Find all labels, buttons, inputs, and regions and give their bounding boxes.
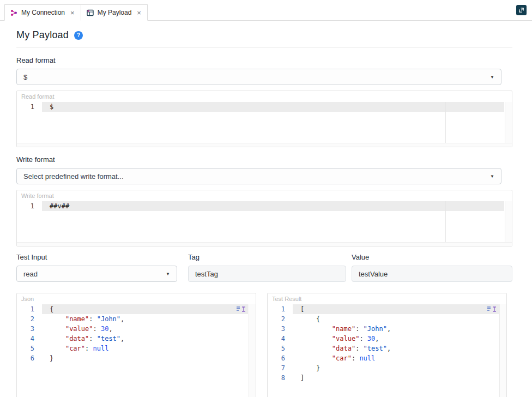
code-text[interactable]: ] <box>293 373 499 383</box>
code-line[interactable]: 6 "car": null <box>268 353 506 363</box>
line-number: 1 <box>268 304 293 314</box>
read-format-label: Read format <box>16 56 512 64</box>
write-format-select[interactable]: Select predefined write format... ▼ <box>16 168 501 184</box>
test-row: Test Input read ▼ Tag Value <box>16 253 512 282</box>
code-content[interactable]: 1$ <box>17 102 512 112</box>
editor-scrollbar[interactable] <box>505 201 512 242</box>
line-number: 5 <box>268 344 293 353</box>
line-number: 1 <box>17 201 42 211</box>
payload-icon <box>87 9 94 16</box>
help-icon[interactable]: ? <box>74 31 83 40</box>
value-input[interactable] <box>352 266 512 282</box>
code-line[interactable]: 2 { <box>268 314 506 324</box>
code-text[interactable]: } <box>293 363 499 373</box>
chevron-down-icon: ▼ <box>166 272 170 276</box>
tab-close-button[interactable]: × <box>70 9 75 16</box>
code-text[interactable]: "data": "test", <box>293 344 499 353</box>
tab-label: My Connection <box>21 9 65 16</box>
code-line[interactable]: 3 "name": "John", <box>268 324 506 334</box>
editor-scrollbar[interactable] <box>249 304 256 397</box>
print-margin-ruler <box>445 201 446 242</box>
page-header: My Payload ? <box>16 21 512 48</box>
code-text[interactable]: { <box>42 304 248 314</box>
line-number: 6 <box>17 353 42 363</box>
line-number: 6 <box>268 353 293 363</box>
tag-input[interactable] <box>188 266 346 282</box>
code-text[interactable]: { <box>293 314 499 324</box>
line-number: 2 <box>17 314 42 324</box>
line-number: 8 <box>268 373 293 383</box>
expand-button[interactable] <box>516 5 527 15</box>
code-line[interactable]: 1{ <box>17 304 256 314</box>
code-content[interactable]: 1{2 "name": "John",3 "value": 30,4 "data… <box>17 304 256 363</box>
line-number: 7 <box>268 363 293 373</box>
code-line[interactable]: 4 "data": "test", <box>17 334 256 344</box>
tag-label: Tag <box>188 253 346 261</box>
read-format-editor[interactable]: Read format 1$ <box>16 91 512 147</box>
editor-label: Write format <box>17 190 512 201</box>
test-input-select-value: read <box>23 270 38 278</box>
line-number: 1 <box>17 304 42 314</box>
page-title: My Payload <box>16 29 69 41</box>
code-line[interactable]: 3 "value": 30, <box>17 324 256 334</box>
tab-my-connection[interactable]: My Connection × <box>4 4 81 21</box>
editor-label: Test Result <box>268 293 506 304</box>
code-line[interactable]: 5 "data": "test", <box>268 344 506 353</box>
test-input-select[interactable]: read ▼ <box>16 266 177 282</box>
write-format-editor[interactable]: Write format 1##v## <box>16 190 512 246</box>
test-input-label: Test Input <box>16 253 177 261</box>
line-number: 4 <box>17 334 42 344</box>
main-content: My Payload ? Read format $ ▼ Read format… <box>16 21 512 397</box>
code-line[interactable]: 1$ <box>17 102 512 112</box>
editor-scrollbar[interactable] <box>505 102 512 143</box>
line-number: 3 <box>268 324 293 334</box>
code-content[interactable]: 1[2 {3 "name": "John",4 "value": 30,5 "d… <box>268 304 506 383</box>
code-text[interactable]: ##v## <box>42 201 504 211</box>
code-line[interactable]: 6} <box>17 353 256 363</box>
write-format-select-value: Select predefined write format... <box>23 172 124 181</box>
code-text[interactable]: "car": null <box>42 344 248 353</box>
line-number: 3 <box>17 324 42 334</box>
write-format-label: Write format <box>16 155 512 164</box>
code-line[interactable]: 1[ <box>268 304 506 314</box>
code-text[interactable]: "data": "test", <box>42 334 248 344</box>
code-text[interactable]: "car": null <box>293 353 499 363</box>
tab-label: My Payload <box>98 9 132 16</box>
editor-label: Json <box>17 293 256 304</box>
open-external-icon <box>518 7 524 13</box>
line-number: 4 <box>268 334 293 344</box>
code-line[interactable]: 5 "car": null <box>17 344 256 353</box>
editor-scrollbar[interactable] <box>499 304 506 397</box>
editor-label: Read format <box>17 91 512 102</box>
tab-my-payload[interactable]: My Payload × <box>81 4 148 21</box>
code-text[interactable]: "value": 30, <box>293 334 499 344</box>
editor-hscroll-track[interactable] <box>17 242 512 246</box>
code-content[interactable]: 1##v## <box>17 201 512 211</box>
line-number: 1 <box>17 102 42 112</box>
code-text[interactable]: "value": 30, <box>42 324 248 334</box>
code-text[interactable]: [ <box>293 304 499 314</box>
line-number: 5 <box>17 344 42 353</box>
editor-hscroll-track[interactable] <box>17 143 512 147</box>
code-line[interactable]: 1##v## <box>17 201 512 211</box>
read-format-select-value: $ <box>23 73 27 81</box>
code-text[interactable]: } <box>42 353 248 363</box>
code-text[interactable]: "name": "John", <box>42 314 248 324</box>
code-line[interactable]: 2 "name": "John", <box>17 314 256 324</box>
json-input-editor[interactable]: Json 1{2 "name": "John",3 "value": 30,4 … <box>16 293 256 397</box>
format-icon[interactable] <box>486 306 497 312</box>
read-format-select[interactable]: $ ▼ <box>16 69 501 85</box>
test-result-editor[interactable]: Test Result 1[2 {3 "name": "John",4 "val… <box>267 293 507 397</box>
chevron-down-icon: ▼ <box>490 174 494 179</box>
code-line[interactable]: 7 } <box>268 363 506 373</box>
print-margin-ruler <box>445 102 446 143</box>
code-text[interactable]: "name": "John", <box>293 324 499 334</box>
code-line[interactable]: 4 "value": 30, <box>268 334 506 344</box>
line-number: 2 <box>268 314 293 324</box>
tab-close-button[interactable]: × <box>136 9 142 16</box>
format-icon[interactable] <box>235 306 246 312</box>
code-text[interactable]: $ <box>42 102 504 112</box>
code-line[interactable]: 8] <box>268 373 506 383</box>
connection-icon <box>10 9 17 16</box>
tab-bar: My Connection × My Payload × <box>0 0 532 21</box>
